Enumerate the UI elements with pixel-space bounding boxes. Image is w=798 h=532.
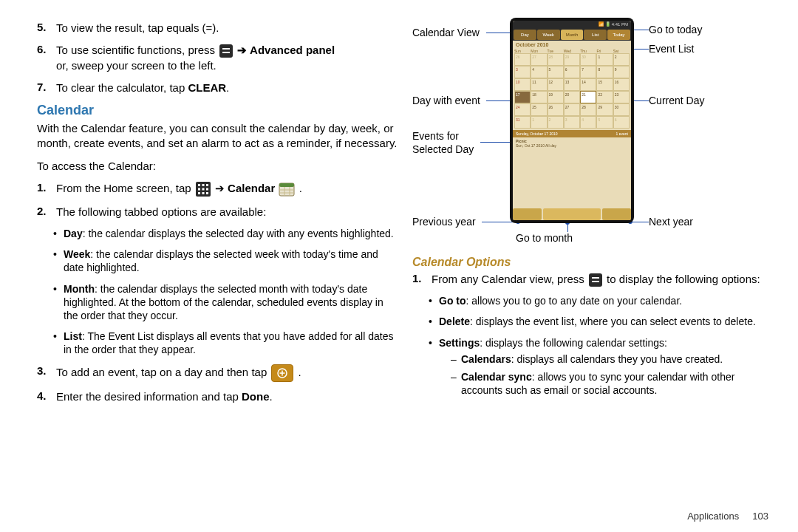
svg-rect-1 [202, 184, 204, 186]
month-title: October 2010 [513, 41, 631, 49]
section-heading-calendar: Calendar [37, 103, 398, 118]
list-item: List: The Event List displays all events… [53, 330, 398, 356]
menu-key-icon [589, 273, 602, 287]
callout-event-list: Event List [649, 43, 694, 55]
right-column: Calendar View Day with event Events for … [412, 18, 773, 412]
list-item: Calendar sync: allows you to sync your c… [451, 370, 773, 397]
callout-day-with-event: Day with event [412, 95, 480, 106]
svg-rect-5 [206, 188, 208, 190]
callout-goto-today: Go to today [649, 24, 702, 35]
calendar-access: To access the Calendar: [37, 159, 398, 174]
next-year-button [602, 208, 631, 220]
calendar-steps-after: 3. To add an event, tap on a day and the… [37, 364, 398, 404]
list-item: Week: the calendar displays the selected… [53, 248, 398, 274]
list-item: Delete: displays the event list, where y… [429, 315, 773, 328]
callout-selected-day: Selected Day [412, 143, 474, 155]
svg-rect-10 [279, 183, 294, 187]
step-text: From any Calendar view, press to display… [432, 272, 773, 287]
svg-rect-3 [198, 188, 200, 190]
svg-rect-0 [198, 184, 200, 186]
list-item: Month: the calendar displays the selecte… [53, 282, 398, 323]
calendar-intro: With the Calendar feature, you can consu… [37, 121, 398, 151]
step-number: 4. [37, 389, 56, 402]
left-column: 5. To view the result, tap equals (=). 6… [37, 18, 398, 412]
tab-day: Day [514, 30, 536, 40]
callout-calendar-view: Calendar View [412, 27, 480, 38]
phone-mockup: 📶 🔋 4:41 PM Day Week Month List Today Oc… [510, 18, 634, 223]
tab-today: Today [607, 30, 630, 40]
svg-rect-2 [206, 184, 208, 186]
tab-options-list: Day: the calendar displays the selected … [37, 227, 398, 357]
status-bar: 📶 🔋 4:41 PM [513, 21, 631, 29]
svg-rect-4 [202, 188, 204, 190]
footer-section: Applications [687, 511, 739, 522]
step-text: The following tabbed options are availab… [56, 205, 398, 219]
step-text: From the Home screen, tap ➔ Calendar . [56, 181, 398, 197]
svg-rect-8 [206, 192, 208, 194]
list-item: Go to: allows you to go to any date on y… [429, 294, 773, 307]
list-item: Settings: displays the following calenda… [429, 336, 773, 398]
tab-week: Week [537, 30, 560, 40]
step-text: Enter the desired information and tap Do… [56, 389, 398, 404]
step-text: To add an event, tap on a day and then t… [56, 364, 398, 382]
calendar-steps: 1. From the Home screen, tap ➔ Calendar … [37, 181, 398, 219]
callout-next-year: Next year [649, 216, 693, 228]
svg-rect-7 [202, 192, 204, 194]
footer-page-number: 103 [752, 511, 768, 522]
callout-previous-year: Previous year [412, 216, 476, 228]
svg-rect-6 [198, 192, 200, 194]
settings-sublist: Calendars: displays all calendars they y… [439, 352, 773, 398]
menu-key-icon [219, 44, 233, 58]
step-number: 3. [37, 364, 56, 377]
calculator-steps: 5. To view the result, tap equals (=). 6… [37, 21, 398, 95]
list-item: Calendars: displays all calendars they y… [451, 352, 773, 366]
options-list: Go to: allows you to go to any date on y… [412, 294, 773, 397]
step-number: 6. [37, 43, 56, 55]
callout-current-day: Current Day [649, 95, 704, 106]
month-grid: 262728293012 3456789 10111213141516 1718… [513, 53, 631, 129]
page-footer: Applications 103 [687, 511, 768, 522]
step-number: 2. [37, 205, 56, 217]
tab-month: Month [561, 30, 584, 40]
bottom-nav [513, 208, 631, 220]
calendar-icon [279, 181, 295, 197]
callout-goto-month: Go to month [516, 232, 573, 244]
add-event-icon [271, 364, 293, 382]
events-panel: Sunday, October 17 20101 event Picnic Su… [513, 130, 631, 167]
apps-grid-icon [196, 182, 211, 197]
step-number: 7. [37, 81, 56, 93]
options-steps: 1. From any Calendar view, press to disp… [412, 272, 773, 287]
callout-events-for: Events for [412, 130, 459, 142]
step-number: 5. [37, 21, 56, 33]
step-text: To view the result, tap equals (=). [56, 21, 398, 35]
step-number: 1. [37, 181, 56, 194]
tab-list: List [584, 30, 607, 40]
step-number: 1. [412, 272, 432, 284]
phone-diagram: Calendar View Day with event Events for … [412, 18, 773, 247]
goto-month-button [543, 208, 601, 220]
list-item: Day: the calendar displays the selected … [53, 227, 398, 240]
step-text: To clear the calculator, tap CLEAR. [56, 81, 398, 95]
step-text: To use scientific functions, press ➔ Adv… [56, 43, 398, 73]
prev-year-button [513, 208, 542, 220]
subsection-heading: Calendar Options [412, 256, 773, 269]
view-tabs: Day Week Month List Today [513, 29, 631, 41]
